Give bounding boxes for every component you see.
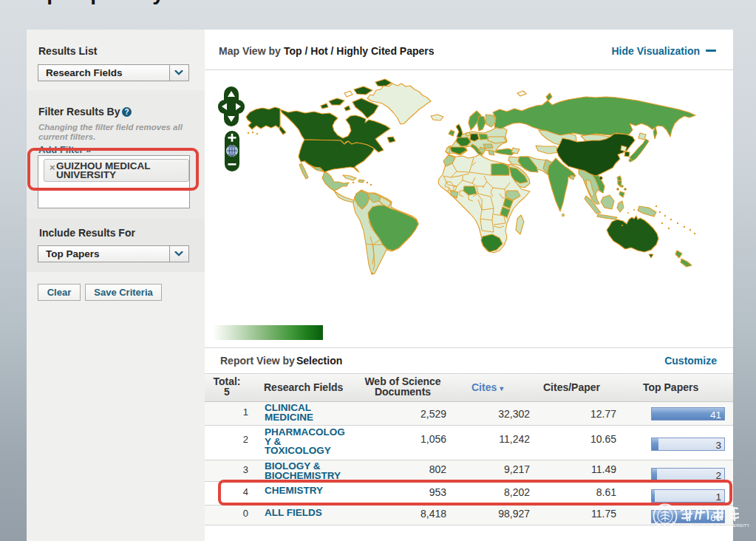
svg-text:GUIZHOU MEDICAL UNIVERSITY: GUIZHOU MEDICAL UNIVERSITY	[678, 523, 749, 528]
